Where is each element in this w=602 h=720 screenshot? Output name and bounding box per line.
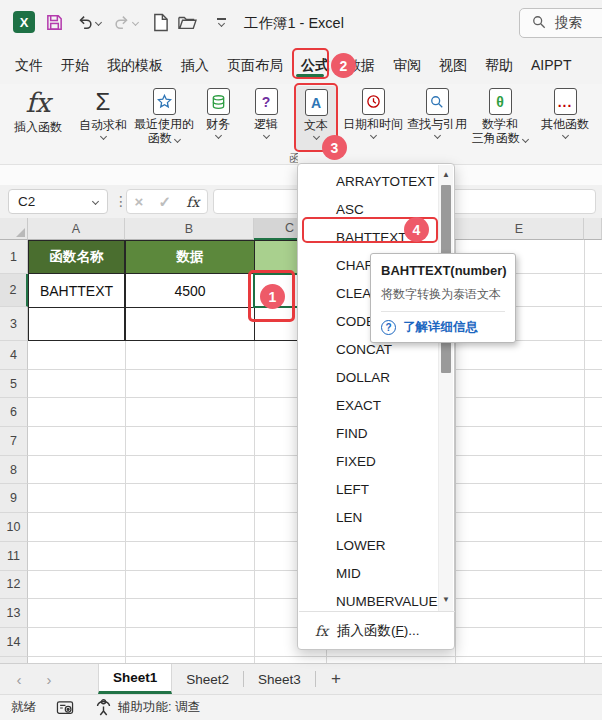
next-sheet-icon[interactable]: ›	[34, 664, 64, 694]
excel-window: X 工作簿1 - Excel	[0, 0, 602, 720]
row-header[interactable]: 14	[0, 628, 28, 657]
menu-item-exact[interactable]: EXACT	[299, 391, 437, 419]
row-header[interactable]: 6	[0, 398, 28, 427]
select-all-corner[interactable]	[0, 218, 28, 240]
menu-item-left[interactable]: LEFT	[299, 475, 437, 503]
financial-button[interactable]: 财务	[196, 88, 240, 138]
chevron-down-icon	[522, 136, 529, 143]
cell-b3[interactable]	[125, 307, 255, 341]
row-header[interactable]: 15	[0, 657, 28, 663]
tab-page-layout[interactable]: 页面布局	[218, 46, 292, 84]
financial-label: 财务	[206, 117, 230, 131]
new-file-icon[interactable]	[149, 11, 171, 33]
row-header[interactable]: 5	[0, 370, 28, 399]
tab-home[interactable]: 开始	[52, 46, 98, 84]
row-header[interactable]: 1	[0, 240, 28, 274]
col-header-f[interactable]	[584, 218, 602, 240]
date-time-label: 日期和时间	[343, 117, 403, 131]
menu-item-insert-function[interactable]: fx 插入函数(F)...	[299, 613, 455, 649]
chevron-down-icon	[369, 132, 376, 139]
cell-a2[interactable]: BAHTTEXT	[28, 273, 125, 308]
enter-icon[interactable]: ✓	[159, 193, 172, 211]
lookup-reference-button[interactable]: 查找与引用	[405, 88, 469, 138]
logic-question-icon: ?	[255, 88, 278, 115]
sheet-tab-sheet1[interactable]: Sheet1	[98, 664, 172, 694]
save-icon[interactable]	[43, 11, 65, 33]
undo-button[interactable]	[73, 11, 103, 33]
sheet-tab-sheet3[interactable]: Sheet3	[244, 664, 315, 694]
row-header[interactable]: 7	[0, 427, 28, 456]
menu-scrollbar[interactable]: ▲ ▼	[438, 165, 453, 611]
menu-item-lower[interactable]: LOWER	[299, 531, 437, 559]
col-header-a[interactable]: A	[28, 218, 125, 240]
tooltip-description: 将数字转换为泰语文本	[381, 286, 505, 303]
macro-record-icon[interactable]	[56, 700, 74, 716]
logical-button[interactable]: ? 逻辑	[244, 88, 288, 138]
scroll-up-icon[interactable]: ▲	[439, 167, 453, 181]
col-header-b[interactable]: B	[125, 218, 254, 240]
tooltip-title: BAHTTEXT(number)	[381, 263, 505, 278]
open-folder-icon[interactable]	[176, 11, 198, 33]
tab-review[interactable]: 审阅	[384, 46, 430, 84]
cell-a3[interactable]	[28, 307, 125, 341]
cancel-icon[interactable]: ×	[135, 193, 144, 210]
finance-coins-icon	[207, 88, 230, 115]
tab-insert[interactable]: 插入	[172, 46, 218, 84]
cell-b2[interactable]: 4500	[125, 273, 255, 308]
customize-toolbar-icon[interactable]	[210, 11, 232, 33]
recently-used-button[interactable]: 最近使用的 函数	[131, 88, 197, 145]
menu-item-arraytotext[interactable]: ARRAYTOTEXT	[299, 167, 437, 195]
learn-more-link[interactable]: 了解详细信息	[403, 319, 478, 336]
row-header[interactable]: 3	[0, 307, 28, 341]
math-trig-label: 数学和 三角函数	[472, 117, 528, 145]
insert-function-button[interactable]: fx 插入函数	[8, 88, 68, 134]
sheet-tab-sheet2[interactable]: Sheet2	[172, 664, 243, 694]
row-header[interactable]: 10	[0, 513, 28, 542]
row-header[interactable]: 4	[0, 341, 28, 370]
insert-function-label: 插入函数	[14, 120, 62, 134]
menu-item-find[interactable]: FIND	[299, 419, 437, 447]
fx-icon: fx	[25, 88, 50, 118]
chevron-down-icon	[92, 198, 99, 205]
row-header[interactable]: 11	[0, 542, 28, 571]
row-header[interactable]: 13	[0, 599, 28, 628]
prev-sheet-icon[interactable]: ‹	[4, 664, 34, 694]
excel-logo-icon: X	[13, 11, 35, 33]
menu-item-dollar[interactable]: DOLLAR	[299, 363, 437, 391]
annotation-badge-1: 1	[260, 284, 285, 309]
more-functions-button[interactable]: ... 其他函数	[535, 88, 595, 138]
cell-b1[interactable]: 数据	[125, 240, 255, 274]
formula-buttons: × ✓ fx	[126, 189, 208, 214]
redo-button[interactable]	[110, 11, 140, 33]
row-header[interactable]: 8	[0, 456, 28, 485]
search-input[interactable]: 搜索	[519, 8, 602, 38]
date-time-button[interactable]: 日期和时间	[341, 88, 405, 138]
row-header[interactable]: 12	[0, 571, 28, 600]
tooltip-divider	[381, 311, 505, 312]
tab-view[interactable]: 视图	[430, 46, 476, 84]
menu-item-fixed[interactable]: FIXED	[299, 447, 437, 475]
autosum-button[interactable]: Σ 自动求和	[76, 88, 130, 139]
scroll-down-icon[interactable]: ▼	[439, 592, 453, 606]
document-title: 工作簿1 - Excel	[244, 14, 344, 33]
tab-file[interactable]: 文件	[6, 46, 52, 84]
tab-aippt[interactable]: AIPPT	[522, 46, 580, 84]
menu-item-mid[interactable]: MID	[299, 559, 437, 587]
insert-function-icon[interactable]: fx	[186, 194, 199, 210]
tab-my-templates[interactable]: 我的模板	[98, 46, 172, 84]
tab-help[interactable]: 帮助	[476, 46, 522, 84]
status-bar: 就绪 辅助功能: 调查	[0, 694, 602, 720]
menu-item-len[interactable]: LEN	[299, 503, 437, 531]
math-trig-button[interactable]: θ 数学和 三角函数	[468, 88, 532, 145]
col-header-e[interactable]: E	[455, 218, 584, 240]
cell-a1[interactable]: 函数名称	[28, 240, 125, 274]
row-header[interactable]: 9	[0, 484, 28, 513]
name-box[interactable]: C2	[8, 189, 108, 214]
add-sheet-button[interactable]: +	[316, 664, 356, 694]
chevron-down-icon	[262, 132, 269, 139]
accessibility-person-icon[interactable]	[96, 699, 111, 716]
status-accessibility: 辅助功能: 调查	[118, 699, 200, 716]
row-header[interactable]: 2	[0, 274, 28, 307]
chevron-down-icon	[99, 133, 106, 140]
autosum-label: 自动求和	[79, 118, 127, 132]
